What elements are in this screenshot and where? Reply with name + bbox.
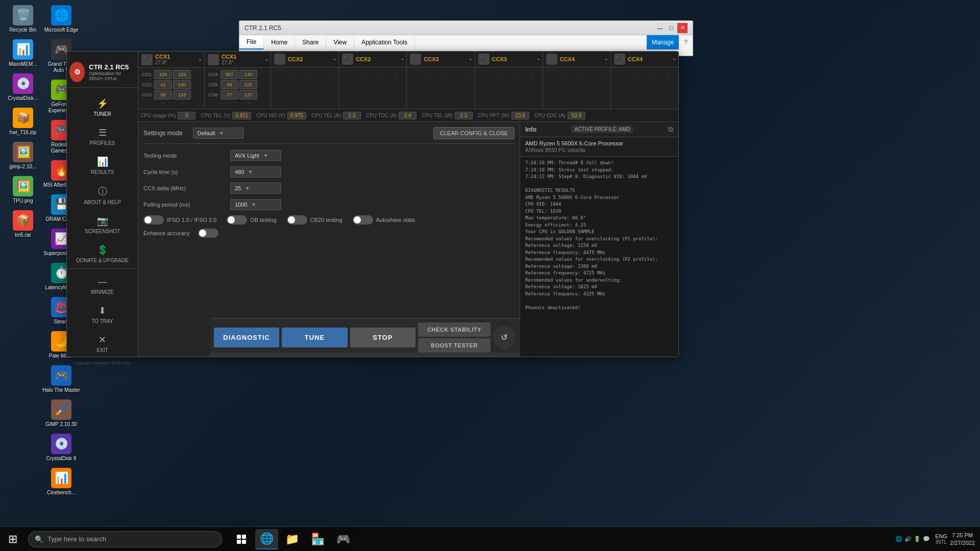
dropdown-chevron: ▼ bbox=[219, 131, 224, 136]
desktop-icon-crystaldisk[interactable]: 💿 CrystalDisk... bbox=[3, 71, 43, 104]
sidebar-item-results[interactable]: 📊 RESULTS bbox=[67, 151, 138, 180]
core-row-4-0: --- bbox=[409, 69, 472, 74]
ccx-menu-0[interactable]: ▪ bbox=[199, 56, 201, 63]
close-button[interactable]: ✕ bbox=[677, 23, 688, 33]
exit-icon: ✕ bbox=[99, 334, 106, 345]
desktop-icon-tm5[interactable]: 📦 tm5.rar bbox=[3, 208, 43, 241]
sidebar-item-minimize[interactable]: — MINIMIZE bbox=[67, 271, 138, 300]
language-indicator[interactable]: ENG INTL bbox=[935, 533, 947, 545]
reset-button[interactable]: ↺ bbox=[493, 326, 516, 349]
core-val1-1-1[interactable]: 49 bbox=[220, 80, 238, 89]
sidebar-item-screenshot[interactable]: 📷 SCREENSHOT bbox=[67, 210, 138, 239]
taskbar-app-task-view[interactable] bbox=[230, 529, 253, 549]
ccx-menu-3[interactable]: ▪ bbox=[401, 56, 403, 63]
fe-tab-share[interactable]: Share bbox=[295, 35, 326, 49]
core-rows-2: --- --- --- --- bbox=[271, 67, 338, 96]
core-val1-0-2[interactable]: 58 bbox=[154, 90, 172, 99]
stop-button[interactable]: STOP bbox=[350, 328, 415, 347]
taskbar-search[interactable]: 🔍 Type here to search bbox=[28, 531, 222, 547]
cycle-time-row: Cycle time (s) 480 ▼ bbox=[143, 166, 514, 178]
tm5-icon: 📦 bbox=[13, 210, 33, 231]
polling-dropdown[interactable]: 1000 ▼ bbox=[230, 199, 281, 210]
core-row-1-1: CO5 49 125 bbox=[207, 80, 268, 89]
core-val2-0-0[interactable]: 129 bbox=[173, 70, 191, 79]
taskbar-clock[interactable]: 7:25 PM 2/27/2022 bbox=[950, 532, 975, 546]
help-button[interactable]: ? bbox=[679, 35, 693, 49]
fe-tab-home[interactable]: Home bbox=[264, 35, 295, 49]
taskbar-app-edge[interactable]: 🌐 bbox=[255, 529, 278, 549]
ccx-delta-row: CCX delta (MHz) 25 ▼ bbox=[143, 183, 514, 194]
fe-tab-view[interactable]: View bbox=[326, 35, 354, 49]
sidebar-item-profiles[interactable]: ☰ PROFILES bbox=[67, 122, 138, 151]
desktop-icon-maxmem[interactable]: 📊 MaxxMEM... bbox=[3, 37, 43, 70]
info-copy-button[interactable]: ⧉ bbox=[668, 125, 673, 134]
sidebar-item-to-tray[interactable]: ⬇ TO TRAY bbox=[67, 300, 138, 329]
diagnostic-button[interactable]: DIAGNOSTIC bbox=[214, 328, 279, 347]
taskbar-app-explorer[interactable]: 📁 bbox=[281, 529, 304, 549]
autoshare-toggle[interactable] bbox=[353, 215, 373, 224]
settings-mode-dropdown[interactable]: Default ▼ bbox=[193, 128, 244, 139]
core-val1-1-0[interactable]: 557 bbox=[220, 70, 238, 79]
fe-tab-file[interactable]: File bbox=[239, 35, 264, 49]
core-val2-1-1[interactable]: 125 bbox=[239, 80, 257, 89]
enhance-toggle[interactable] bbox=[198, 229, 218, 238]
network-icon[interactable]: 🌐 bbox=[895, 536, 902, 542]
ccx-header-1: ⬛ CCX1 27.8° ▪ bbox=[205, 52, 271, 68]
taskbar-app-game[interactable]: 🎮 bbox=[332, 529, 355, 549]
boost-tester-button[interactable]: BOOST TESTER bbox=[418, 338, 491, 353]
sidebar-item-about[interactable]: ⓘ ABOUT & HELP bbox=[67, 180, 138, 210]
core-val2-1-2[interactable]: 137 bbox=[239, 90, 257, 99]
cycle-time-dropdown[interactable]: 480 ▼ bbox=[230, 166, 281, 178]
stat-cpu-tel-w-value: 2.3 bbox=[455, 112, 473, 119]
desktop-icon-recycle-bin[interactable]: 🗑️ Recycle Bin bbox=[3, 3, 43, 36]
manage-tab[interactable]: Manage bbox=[647, 35, 679, 49]
core-row-1-2: CO6 77 137 bbox=[207, 90, 268, 99]
ccx-menu-5[interactable]: ▪ bbox=[537, 56, 539, 63]
polling-label: Polling period (ms) bbox=[143, 202, 225, 208]
info-log[interactable]: 7:24:10 PM: Thread# 8 fall down! 7:24:10… bbox=[520, 157, 678, 357]
desktop-icon-edge[interactable]: 🌐 Microsoft Edge bbox=[41, 3, 82, 36]
core-rows-7: --- --- --- --- bbox=[611, 67, 678, 96]
ctr-copyright: Copyright 1usmus© 2019-2021 bbox=[67, 358, 138, 368]
core-val1-0-1[interactable]: 41 bbox=[154, 80, 172, 89]
hwi-icon: 📦 bbox=[13, 108, 33, 128]
core-row-2-1: --- bbox=[273, 76, 336, 81]
core-val2-1-0[interactable]: 140 bbox=[239, 70, 257, 79]
core-val1-1-2[interactable]: 77 bbox=[220, 90, 238, 99]
desktop-icon-gimp2[interactable]: 🖌️ GIMP 2.10.30 bbox=[41, 397, 82, 430]
notification-icon[interactable]: 💬 bbox=[923, 536, 930, 542]
ifso-toggle[interactable] bbox=[143, 215, 164, 224]
testing-mode-dropdown[interactable]: AVX Light ▼ bbox=[230, 150, 281, 161]
desktop-icon-gimp[interactable]: 🖼️ gimp-2.10... bbox=[3, 139, 43, 172]
ccx-delta-dropdown[interactable]: 25 ▼ bbox=[230, 183, 281, 194]
fe-tab-app-tools[interactable]: Application Tools bbox=[354, 35, 415, 49]
desktop-icon-hwi[interactable]: 📦 hwi_716.zip bbox=[3, 105, 43, 138]
core-rows-4: --- --- --- --- bbox=[407, 67, 474, 96]
ccx-menu-1[interactable]: ▪ bbox=[265, 56, 267, 63]
core-val1-0-0[interactable]: 104 bbox=[154, 70, 172, 79]
start-button[interactable]: ⊞ bbox=[0, 527, 26, 552]
sidebar-item-exit[interactable]: ✕ EXIT bbox=[67, 329, 138, 358]
cb20-toggle[interactable] bbox=[287, 215, 307, 224]
taskbar-app-store[interactable]: 🏪 bbox=[306, 529, 329, 549]
tune-button[interactable]: TUNE bbox=[282, 328, 347, 347]
desktop-icon-tpu[interactable]: 🖼️ TPU.png bbox=[3, 173, 43, 207]
check-stability-button[interactable]: CHECK STABILITY bbox=[418, 322, 491, 337]
ob-toggle[interactable] bbox=[227, 215, 247, 224]
ccx-menu-4[interactable]: ▪ bbox=[469, 56, 471, 63]
ccx-menu-6[interactable]: ▪ bbox=[605, 56, 607, 63]
clear-config-button[interactable]: CLEAR CONFIG & CLOSE bbox=[433, 127, 514, 139]
enhance-label: Enhance accuracy bbox=[143, 230, 190, 236]
minimize-button[interactable]: — bbox=[655, 23, 665, 33]
sidebar-item-donate[interactable]: 💲 DONATE & UPGRADE bbox=[67, 239, 138, 268]
desktop-icon-cinebench[interactable]: 📊 Cinebench... bbox=[41, 465, 82, 498]
core-val2-0-2[interactable]: 133 bbox=[173, 90, 191, 99]
battery-icon[interactable]: 🔋 bbox=[914, 536, 921, 542]
ccx-menu-2[interactable]: ▪ bbox=[333, 56, 335, 63]
sidebar-item-tuner[interactable]: ⚡ TUNER bbox=[67, 93, 138, 122]
volume-icon[interactable]: 🔊 bbox=[904, 536, 912, 542]
desktop-icon-crystaldisk2[interactable]: 💿 CrystalDisk 8 bbox=[41, 431, 82, 464]
ccx-menu-7[interactable]: ▪ bbox=[673, 56, 675, 63]
maximize-button[interactable]: □ bbox=[666, 23, 676, 33]
core-val2-0-1[interactable]: 140 bbox=[173, 80, 191, 89]
